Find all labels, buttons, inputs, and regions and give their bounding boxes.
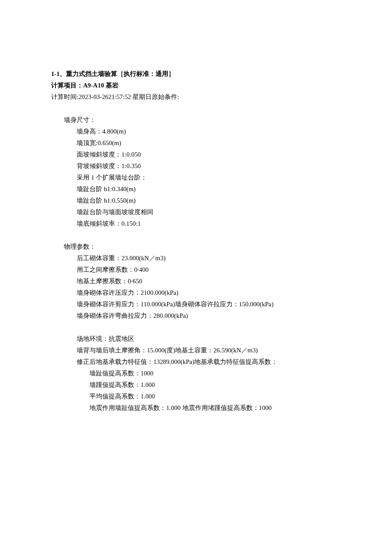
phys-soil-friction: 地基土摩擦系数：0·650 [51, 276, 341, 287]
phys-unit-weight: 后工砌体容重：23.000(kN／m3) [51, 253, 341, 264]
step-slope: 墙趾台阶与墙面坡坡度相同 [51, 206, 341, 218]
site-bearing: 修正后地基承载力特征值：13289.000(kPa)地基承载力特征值提高系数： [51, 356, 341, 368]
title-line-2: 计算项目：A9-A10 基岩 [51, 80, 341, 91]
blank-spacer [51, 322, 341, 333]
wall-height: 墙身高：4.800(m) [51, 126, 341, 137]
site-avg-factor: 平均值提高系数：1.000 [51, 391, 341, 402]
site-friction-angle: 墙背与墙后填土摩擦角：15.000(度)地基土容重：26.590(kN／m3) [51, 345, 341, 356]
calc-time-line: 计算时间:2023-03-2621:57:52 星期日原始条件: [51, 91, 341, 103]
document-page: 1-1、重力式挡土墙验算［执行标准：通用］ 计算项目：A9-A10 基岩 计算时… [0, 0, 392, 555]
phys-compress: 墙身砌体容许压应力：2100.000(kPa) [51, 287, 341, 299]
back-slope: 背坡倾斜坡度：1:0.350 [51, 160, 341, 172]
blank-spacer [51, 230, 341, 241]
face-slope: 面坡倾斜坡度：1:0.050 [51, 149, 341, 160]
site-env: 场地环境：抗震地区 [51, 333, 341, 345]
bottom-slope: 墙底倾斜坡率：0.150:1 [51, 218, 341, 230]
wall-size-heading: 墙身尺寸： [51, 114, 341, 126]
wall-top-width: 墙顶宽:0.650(m) [51, 137, 341, 149]
site-heel-factor: 墙踵值提高系数：1.000 [51, 379, 341, 391]
phys-shear-tension: 墙身砌体容许剪应力：110.000(kPa)墙身砌体容许拉应力：150.000(… [51, 299, 341, 310]
phys-friction-coef: 用工之间摩擦系数：0·400 [51, 264, 341, 276]
site-seismic-factor: 地震作用墙趾值提高系数：1.000 地震作用堵踵值提高系数：1000 [51, 402, 341, 414]
site-toe-factor: 墙趾值提高系数：1000 [51, 368, 341, 379]
phys-bending: 墙身砌体容许弯曲拉应力：280.000(kPa) [51, 310, 341, 322]
step-use: 采用 1 个扩展墙址台阶： [51, 172, 341, 183]
title-line-1: 1-1、重力式挡土墙验算［执行标准：通用］ [51, 68, 341, 80]
step-b1: 墙趾台阶 b1:0.340(m) [51, 183, 341, 195]
phys-heading: 物理参数： [51, 241, 341, 253]
step-h1: 墙趾台阶 h1:0.550(m) [51, 195, 341, 206]
blank-spacer [51, 103, 341, 114]
